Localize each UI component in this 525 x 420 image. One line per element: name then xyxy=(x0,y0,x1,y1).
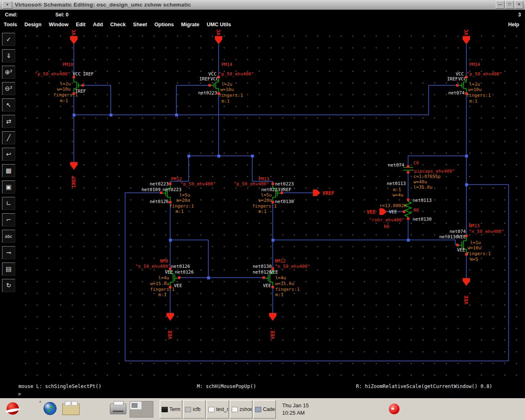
file-drawer-icon[interactable] xyxy=(62,404,80,415)
junction-dot xyxy=(73,114,75,116)
param-label: w=40u xyxy=(413,179,427,185)
param-label: m:1 xyxy=(176,209,184,214)
menu-umc-utils[interactable]: UMC Utils xyxy=(203,22,235,27)
zoom-in-icon[interactable]: ⊕² xyxy=(2,66,15,79)
zoom-out-icon[interactable]: ⊖² xyxy=(2,82,15,95)
undo-icon[interactable]: ↩ xyxy=(2,148,15,161)
pin-VEE[interactable] xyxy=(269,313,276,321)
net-label: VCC xyxy=(73,71,81,77)
menu-sheet[interactable]: Sheet xyxy=(129,22,151,27)
close-button[interactable]: ✕ xyxy=(515,1,523,9)
param-label: l=4u xyxy=(158,275,169,281)
plot-download-icon[interactable]: ⇓ xyxy=(2,49,15,62)
sheet-icon[interactable]: ▤ xyxy=(2,262,15,276)
instance-label: "p_50_ehv400" xyxy=(219,71,254,77)
printer-icon[interactable] xyxy=(110,404,126,414)
param-label: fingers:1 xyxy=(466,251,491,256)
param-label: c=1.07655p xyxy=(413,174,441,179)
menu-help[interactable]: Help xyxy=(504,22,525,27)
param-label: m:1 xyxy=(221,98,230,104)
param-label: l=2u xyxy=(469,82,480,87)
cmd-label: Cmd: xyxy=(5,12,18,18)
net-label: VEE xyxy=(263,283,271,288)
terminal-dot xyxy=(456,244,459,246)
workspace-pager[interactable] xyxy=(130,401,153,418)
pin-icon[interactable]: ⊸ xyxy=(2,246,15,259)
net-label: net0223 xyxy=(261,187,280,192)
junction-dot xyxy=(207,276,210,279)
menu-edit[interactable]: Edit xyxy=(72,22,89,27)
net-label: VEE xyxy=(457,247,465,253)
param-label: fingers:1 xyxy=(53,92,78,98)
param-label: l=5u xyxy=(261,192,272,198)
task-button-icfb[interactable]: icfb xyxy=(183,400,206,419)
mouse-right-binding: R: hiZoomRelativeScale(getCurrentWindow(… xyxy=(356,383,492,389)
pin-VEE[interactable] xyxy=(167,313,174,321)
param-label: fingers:1 xyxy=(275,287,300,292)
param-label: l=5u xyxy=(179,192,190,198)
menu-add[interactable]: Add xyxy=(89,22,107,27)
menu-options[interactable]: Options xyxy=(151,22,177,27)
pin-VREF[interactable] xyxy=(313,189,320,196)
instance-label: C0 xyxy=(413,160,419,166)
status-bar: mouse L: schSingleSelectPt() M: schHiMou… xyxy=(0,382,525,390)
menu-design[interactable]: Design xyxy=(21,22,45,27)
workspace-2[interactable] xyxy=(142,402,153,409)
menu-window[interactable]: Window xyxy=(45,22,72,27)
alert-ball-icon[interactable] xyxy=(389,404,399,414)
edit-pencil-icon[interactable]: ╱ xyxy=(2,131,15,144)
junction-dot xyxy=(217,155,220,158)
net-label: net0223 xyxy=(275,181,294,187)
instance-label: "p_50_ehv400" xyxy=(234,181,269,187)
command-bar: Cmd: Sel: 0 3 xyxy=(0,10,525,20)
net-label: VCC xyxy=(458,76,466,82)
schematic-canvas[interactable]: VCCVCCVCCIREFVREFVEEVEEVEEVEEPM10"p_50_e… xyxy=(17,30,525,382)
properties-grid-icon[interactable]: ▦ xyxy=(2,164,15,177)
tool-palette: ✓⇓⊕²⊖²↖⇄╱↩▦▣∟⌐abc⊸▤↻ xyxy=(0,30,17,382)
check-save-icon[interactable]: ✓ xyxy=(2,33,15,46)
instance-label: R0 xyxy=(413,208,419,213)
menu-tools[interactable]: Tools xyxy=(0,22,21,27)
browser-globe-icon[interactable] xyxy=(43,402,57,415)
task-button-test_c[interactable]: test_c xyxy=(206,400,229,419)
pin-VCC[interactable] xyxy=(215,36,222,44)
net-label: net0126 xyxy=(171,264,190,269)
clock-applet[interactable]: Thu Jan 15 10:25 AM xyxy=(282,402,309,417)
pin-IREF[interactable] xyxy=(70,162,78,170)
pin-VCC[interactable] xyxy=(463,36,470,44)
resistor-R0[interactable] xyxy=(405,200,411,219)
param-label: m:1 xyxy=(469,98,477,104)
workspace-4[interactable] xyxy=(142,410,153,418)
pin-VEE[interactable] xyxy=(463,278,470,286)
instance-icon[interactable]: ▣ xyxy=(2,180,15,194)
task-button-zshow[interactable]: zshow xyxy=(230,400,253,419)
wide-wire-icon[interactable]: ⌐ xyxy=(2,213,15,226)
minimize-button[interactable]: — xyxy=(496,1,504,9)
terminal-dot xyxy=(407,199,409,201)
instance-label: "p_50_ehv400" xyxy=(467,71,502,77)
pin-VEE[interactable] xyxy=(379,208,387,215)
param-label: w=10u xyxy=(468,245,481,251)
redhat-menu-icon[interactable] xyxy=(7,402,19,415)
wire-icon[interactable]: ∟ xyxy=(2,197,15,210)
net-label: net0126 xyxy=(253,269,272,275)
select-pointer-icon[interactable]: ↖ xyxy=(2,98,15,112)
pin-VCC[interactable] xyxy=(70,36,78,44)
param-label: fingers:1 xyxy=(252,203,277,209)
move-icon[interactable]: ⇄ xyxy=(2,115,15,128)
label-icon[interactable]: abc xyxy=(2,230,15,243)
stack-count: 3 xyxy=(518,12,521,18)
document-icon xyxy=(232,407,238,412)
workspace-3[interactable] xyxy=(130,410,142,418)
workspace-1[interactable] xyxy=(130,402,142,409)
redraw-icon[interactable]: ↻ xyxy=(2,279,15,292)
menu-check[interactable]: Check xyxy=(107,22,130,27)
param-label: w=15.0u xyxy=(275,281,294,286)
task-button-term[interactable]: Term xyxy=(160,400,183,419)
task-button-cader[interactable]: Cader xyxy=(253,400,276,419)
window-menu-icon[interactable]: ▼ xyxy=(2,1,12,9)
clock-time: 10:25 AM xyxy=(282,409,309,417)
menu-migrate[interactable]: Migrate xyxy=(178,22,203,27)
maximize-button[interactable]: □ xyxy=(505,1,514,9)
param-label: m:1 xyxy=(393,187,401,192)
